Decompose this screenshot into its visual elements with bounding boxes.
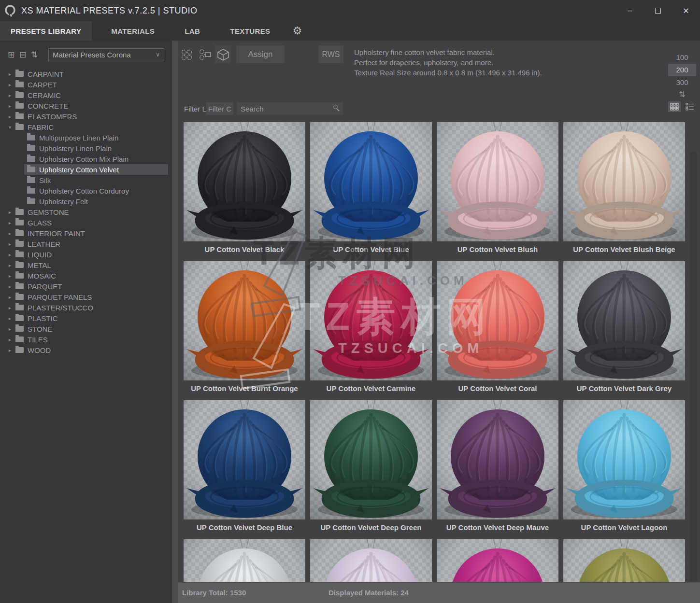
- sidebar-item-plaster-stucco[interactable]: ▸PLASTER/STUCCO: [0, 302, 172, 313]
- expander-closed-icon[interactable]: ▸: [9, 103, 15, 109]
- expander-closed-icon[interactable]: ▸: [9, 252, 15, 257]
- panel-splitter[interactable]: [172, 41, 178, 603]
- expander-closed-icon[interactable]: ▸: [9, 348, 15, 353]
- assign-button[interactable]: Assign: [236, 45, 285, 63]
- material-thumbnail[interactable]: [310, 122, 432, 241]
- sidebar-item-parquet[interactable]: ▸PARQUET: [0, 281, 172, 292]
- material-card-up-cotton-velvet-dark-grey: UP Cotton Velvet Dark Grey: [563, 261, 685, 397]
- material-thumbnail[interactable]: [563, 261, 685, 380]
- material-thumbnail[interactable]: [437, 261, 558, 380]
- sidebar-item-stone[interactable]: ▸STONE: [0, 323, 172, 334]
- cube-view-icon[interactable]: [215, 45, 231, 63]
- thumb-size-100[interactable]: 100: [668, 51, 696, 64]
- sidebar-item-multipurpose-linen-plain[interactable]: Multipurpose Linen Plain: [0, 132, 172, 143]
- material-name: UP Cotton Velvet Deep Blue: [184, 519, 305, 536]
- sidebar-item-metal[interactable]: ▸METAL: [0, 260, 172, 270]
- sidebar-item-label: LEATHER: [28, 240, 60, 248]
- material-thumbnail[interactable]: [437, 122, 558, 241]
- sidebar-item-carpet[interactable]: ▸CARPET: [0, 79, 172, 90]
- expander-closed-icon[interactable]: ▸: [9, 71, 15, 77]
- gear-icon[interactable]: ⚙: [290, 21, 305, 41]
- sidebar-item-upholstery-cotton-velvet[interactable]: Upholstery Cotton Velvet: [0, 164, 172, 175]
- expander-open-icon[interactable]: ▾: [9, 125, 15, 130]
- sidebar-item-plastic[interactable]: ▸PLASTIC: [0, 313, 172, 323]
- collapse-all-icon[interactable]: ⊟: [17, 50, 28, 60]
- sidebar-item-upholstery-cotton-mix-plain[interactable]: Upholstery Cotton Mix Plain: [0, 154, 172, 164]
- folder-icon: [15, 113, 24, 119]
- sidebar-item-interior-paint[interactable]: ▸INTERIOR PAINT: [0, 228, 172, 238]
- expander-closed-icon[interactable]: ▸: [9, 210, 15, 215]
- material-thumbnail[interactable]: [437, 400, 558, 519]
- filter-library-button[interactable]: Filter L: [178, 105, 206, 113]
- preset-library-dropdown[interactable]: Material Presets Corona ∨: [48, 48, 164, 61]
- material-thumbnail[interactable]: [310, 261, 432, 380]
- expander-closed-icon[interactable]: ▸: [9, 82, 15, 87]
- maximize-icon[interactable]: [644, 0, 672, 21]
- material-thumbnail[interactable]: [184, 539, 305, 582]
- expander-closed-icon[interactable]: ▸: [9, 337, 15, 342]
- sidebar-item-liquid[interactable]: ▸LIQUID: [0, 249, 172, 260]
- sidebar-item-tiles[interactable]: ▸TILES: [0, 334, 172, 345]
- grid-view-icon[interactable]: [668, 101, 681, 112]
- sidebar-item-silk[interactable]: Silk: [0, 175, 172, 185]
- expander-closed-icon[interactable]: ▸: [9, 114, 15, 119]
- material-thumbnail[interactable]: [563, 400, 685, 519]
- sidebar-item-upholstery-felt[interactable]: Upholstery Felt: [0, 196, 172, 207]
- sidebar-item-leather[interactable]: ▸LEATHER: [0, 238, 172, 249]
- sidebar-item-concrete[interactable]: ▸CONCRETE: [0, 100, 172, 111]
- tab-lab[interactable]: LAB: [174, 21, 211, 41]
- expander-closed-icon[interactable]: ▸: [9, 220, 15, 225]
- sidebar-item-parquet-panels[interactable]: ▸PARQUET PANELS: [0, 292, 172, 302]
- expander-closed-icon[interactable]: ▸: [9, 231, 15, 236]
- expander-closed-icon[interactable]: ▸: [9, 316, 15, 321]
- sort-icon[interactable]: ⇅: [29, 50, 40, 60]
- sidebar-item-glass[interactable]: ▸GLASS: [0, 217, 172, 228]
- expander-closed-icon[interactable]: ▸: [9, 241, 15, 247]
- expander-closed-icon[interactable]: ▸: [9, 326, 15, 332]
- thumb-size-200[interactable]: 200: [668, 64, 696, 76]
- material-thumbnail[interactable]: [184, 122, 305, 241]
- sidebar-item-fabric[interactable]: ▾FABRIC: [0, 122, 172, 132]
- expander-closed-icon[interactable]: ▸: [9, 263, 15, 268]
- material-thumbnail[interactable]: [310, 539, 432, 582]
- sidebar-item-ceramic[interactable]: ▸CERAMIC: [0, 90, 172, 100]
- expander-closed-icon[interactable]: ▸: [9, 284, 15, 289]
- sidebar-item-label: CARPAINT: [28, 70, 64, 78]
- expander-closed-icon[interactable]: ▸: [9, 93, 15, 98]
- spheres-view-icon[interactable]: [178, 45, 194, 63]
- expand-all-icon[interactable]: ⊞: [6, 50, 16, 60]
- sidebar-item-elastomers[interactable]: ▸ELASTOMERS: [0, 111, 172, 122]
- list-view-icon[interactable]: [684, 101, 696, 112]
- sidebar-item-gemstone[interactable]: ▸GEMSTONE: [0, 207, 172, 217]
- sidebar-item-upholstery-cotton-corduroy[interactable]: Upholstery Cotton Corduroy: [0, 185, 172, 196]
- material-thumbnail[interactable]: [563, 539, 685, 582]
- material-thumbnail[interactable]: [184, 261, 305, 380]
- sort-order-icon[interactable]: ⇅: [668, 89, 696, 100]
- search-input[interactable]: [237, 102, 343, 115]
- sidebar-item-carpaint[interactable]: ▸CARPAINT: [0, 69, 172, 79]
- rws-button[interactable]: RWS: [318, 45, 343, 63]
- material-thumbnail[interactable]: [310, 400, 432, 519]
- material-name: UP Cotton Velvet Lagoon: [563, 519, 685, 536]
- material-thumbnail[interactable]: [437, 539, 558, 582]
- minimize-icon[interactable]: –: [616, 0, 644, 21]
- node-view-icon[interactable]: [197, 45, 213, 63]
- folder-icon: [15, 347, 24, 353]
- vertical-scrollbar[interactable]: [690, 152, 697, 582]
- expander-closed-icon[interactable]: ▸: [9, 305, 15, 310]
- tab-presets-library[interactable]: PRESETS LIBRARY: [0, 21, 92, 41]
- folder-icon: [15, 273, 24, 279]
- sidebar-item-label: PARQUET PANELS: [28, 293, 92, 301]
- tab-textures[interactable]: TEXTURES: [219, 21, 281, 41]
- tab-materials[interactable]: MATERIALS: [100, 21, 165, 41]
- sidebar-item-wood[interactable]: ▸WOOD: [0, 345, 172, 355]
- expander-closed-icon[interactable]: ▸: [9, 273, 15, 279]
- material-thumbnail[interactable]: [563, 122, 685, 241]
- sidebar-item-upholstery-linen-plain[interactable]: Upholstery Linen Plain: [0, 143, 172, 154]
- thumb-size-300[interactable]: 300: [668, 76, 696, 89]
- expander-closed-icon[interactable]: ▸: [9, 294, 15, 300]
- close-icon[interactable]: ✕: [672, 0, 700, 21]
- material-thumbnail[interactable]: [184, 400, 305, 519]
- sidebar-item-mosaic[interactable]: ▸MOSAIC: [0, 270, 172, 281]
- filter-category-button[interactable]: Filter C: [206, 102, 233, 115]
